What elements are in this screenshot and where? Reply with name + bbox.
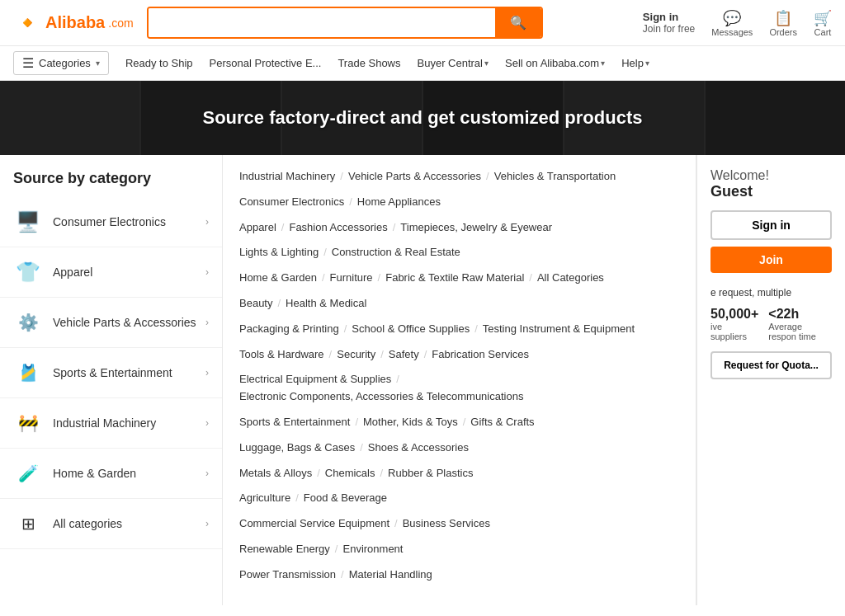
categories-button[interactable]: ☰ Categories ▾ [13,51,109,75]
link-timepieces-jewelry-eyewear[interactable]: Timepieces, Jewelry & Eyewear [400,219,552,237]
orders-action[interactable]: 📋 Orders [769,9,797,37]
consumer-electronics-arrow-icon: › [205,216,209,228]
link-environment[interactable]: Environment [342,541,403,558]
logo[interactable]: 🔸 Alibaba .com [13,9,134,36]
sidebar-item-apparel[interactable]: 👕 Apparel › [0,247,222,298]
link-agriculture[interactable]: Agriculture [239,490,290,507]
link-testing-instrument-equipment[interactable]: Testing Instrument & Equipment [483,321,635,338]
tab-food-beverage[interactable]: Food & Beverage [199,605,315,616]
link-home-appliances[interactable]: Home Appliances [357,194,441,211]
alibaba-logo-icon: 🔸 [13,9,42,36]
link-renewable-energy[interactable]: Renewable Energy [239,541,330,558]
link-furniture[interactable]: Furniture [330,270,373,287]
cart-label: Cart [814,27,832,37]
tab-agriculture[interactable]: Agriculture [117,605,199,616]
all-categories-arrow-icon: › [205,518,209,529]
link-material-handling[interactable]: Material Handling [349,567,432,584]
link-packaging-printing[interactable]: Packaging & Printing [239,321,339,338]
link-business-services[interactable]: Business Services [403,515,490,533]
link-commercial-service-equipment[interactable]: Commercial Service Equipment [239,515,389,533]
right-panel: Welcome! Guest Sign in Join e request, m… [696,155,845,605]
sidebar-item-sports-entertainment[interactable]: 🎽 Sports & Entertainment › [0,348,222,398]
sidebar-label-consumer-electronics: Consumer Electronics [53,215,205,228]
signin-button[interactable]: Sign in [710,210,832,240]
link-gifts-crafts[interactable]: Gifts & Crafts [470,414,534,431]
header-actions: Sign in Join for free 💬 Messages 📋 Order… [643,9,832,37]
nav-ppe[interactable]: Personal Protective E... [210,57,322,69]
messages-label: Messages [711,27,753,37]
link-school-office-supplies[interactable]: School & Office Supplies [352,321,470,338]
rfq-button[interactable]: Request for Quota... [710,351,832,379]
category-row-8: Electrical Equipment & Supplies / Electr… [239,371,679,406]
link-tools-hardware[interactable]: Tools & Hardware [239,346,324,364]
sidebar-item-home-garden[interactable]: 🧪 Home & Garden › [0,449,222,499]
link-food-beverage[interactable]: Food & Beverage [304,490,387,507]
link-security[interactable]: Security [337,346,375,364]
link-industrial-machinery[interactable]: Industrial Machinery [239,168,335,186]
link-all-categories[interactable]: All Categories [537,270,604,287]
search-input[interactable] [149,8,495,37]
tab-apparel[interactable]: Apparel [315,605,381,616]
navbar: ☰ Categories ▾ Ready to Ship Personal Pr… [0,46,845,81]
tab-electrical-equipment[interactable]: Electrical Equipment & Supplies [557,605,747,616]
category-row-0: Industrial Machinery / Vehicle Parts & A… [239,168,679,186]
link-sports-entertainment[interactable]: Sports & Entertainment [239,414,350,431]
nav-trade-shows[interactable]: Trade Shows [338,57,400,69]
sidebar-label-home-garden: Home & Garden [53,467,205,480]
link-consumer-electronics[interactable]: Consumer Electronics [239,194,344,211]
link-rubber-plastics[interactable]: Rubber & Plastics [388,465,473,482]
join-button[interactable]: Join [710,247,832,273]
category-row-7: Tools & Hardware / Security / Safety / F… [239,346,679,364]
link-safety[interactable]: Safety [389,346,419,364]
tab-all-categories[interactable]: All Categories [13,605,117,616]
link-chemicals[interactable]: Chemicals [325,465,375,482]
sidebar-item-consumer-electronics[interactable]: 🖥️ Consumer Electronics › [0,197,222,247]
nav-sell[interactable]: Sell on Alibaba.com ▾ [505,57,605,69]
link-fabric-textile[interactable]: Fabric & Textile Raw Material [385,270,524,287]
link-health-medical[interactable]: Health & Medical [286,295,366,313]
sidebar-item-industrial-machinery[interactable]: 🚧 Industrial Machinery › [0,398,222,449]
category-row-1: Consumer Electronics / Home Appliances [239,194,679,211]
search-button[interactable] [495,8,541,37]
help-chevron-icon: ▾ [645,59,649,68]
link-beauty[interactable]: Beauty [239,295,272,313]
nav-help[interactable]: Help ▾ [621,57,649,69]
nav-ready-to-ship[interactable]: Ready to Ship [125,57,193,69]
messages-action[interactable]: 💬 Messages [711,9,753,37]
sidebar-item-all-categories[interactable]: ⊞ All categories › [0,499,222,549]
link-shoes-accessories[interactable]: Shoes & Accessories [368,440,469,457]
tab-fabric-textile[interactable]: Fabric & Textile Raw Material [381,605,557,616]
category-links-panel: Industrial Machinery / Vehicle Parts & A… [223,155,696,605]
category-row-2: Apparel / Fashion Accessories / Timepiec… [239,219,679,237]
cart-icon: 🛒 [814,9,832,27]
tab-view-button[interactable]: View [794,606,832,616]
link-mother-kids-toys[interactable]: Mother, Kids & Toys [363,414,458,431]
hero-banner: Source factory-direct and get customized… [0,81,845,155]
link-fabrication-services[interactable]: Fabrication Services [432,346,529,364]
link-metals-alloys[interactable]: Metals & Alloys [239,465,312,482]
rfq-num-suppliers: 50,000+ [710,307,758,322]
signin-join-block[interactable]: Sign in Join for free [643,11,695,35]
link-luggage-bags-cases[interactable]: Luggage, Bags & Cases [239,440,355,457]
link-fashion-accessories[interactable]: Fashion Accessories [289,219,387,237]
sidebar-label-all-categories: All categories [53,517,205,530]
nav-buyer-central[interactable]: Buyer Central ▾ [418,57,489,69]
link-home-garden[interactable]: Home & Garden [239,270,317,287]
link-vehicle-parts-accessories[interactable]: Vehicle Parts & Accessories [348,168,481,186]
search-bar [147,7,543,39]
link-apparel[interactable]: Apparel [239,219,276,237]
link-electronic-components[interactable]: Electronic Components, Accessories & Tel… [239,388,523,406]
header: 🔸 Alibaba .com Sign in Join for free 💬 M… [0,0,845,46]
sports-entertainment-arrow-icon: › [205,367,209,379]
link-vehicles-transportation[interactable]: Vehicles & Transportation [494,168,616,186]
link-construction-real-estate[interactable]: Construction & Real Estate [332,244,460,261]
link-power-transmission[interactable]: Power Transmission [239,567,336,584]
rfq-stats: 50,000+ ive suppliers <22h Average respo… [710,307,832,341]
industrial-machinery-arrow-icon: › [205,417,209,429]
cart-action[interactable]: 🛒 Cart [814,9,832,37]
category-row-5: Beauty / Health & Medical [239,295,679,313]
sidebar-item-vehicle-parts[interactable]: ⚙️ Vehicle Parts & Accessories › [0,298,222,348]
rfq-description: e request, multiple [710,286,832,300]
link-lights-lighting[interactable]: Lights & Lighting [239,244,319,261]
link-electrical-equipment-supplies[interactable]: Electrical Equipment & Supplies [239,371,391,388]
